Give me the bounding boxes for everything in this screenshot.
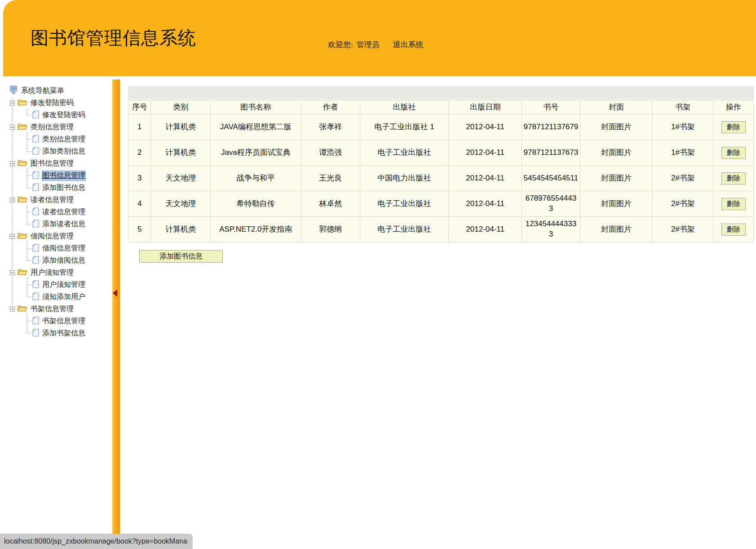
page-icon — [32, 110, 39, 120]
expand-minus-icon[interactable] — [10, 161, 15, 166]
tree-leaf-item[interactable]: 添加借阅信息 — [9, 255, 112, 267]
tree-folder-item[interactable]: 借阅信息管理 — [9, 230, 112, 242]
table-cell: 5 — [128, 217, 151, 242]
table-row: 4天文地理希特勒自传林卓然电子工业出版社2012-04-116789765544… — [128, 191, 754, 217]
table-cell: 战争与和平 — [210, 166, 301, 191]
tree-leaf-label: 修改登陆密码 — [42, 110, 85, 120]
tree-children: 类别信息管理添加类别信息 — [9, 133, 112, 158]
tree-leaf-label: 添加读者信息 — [42, 220, 85, 229]
add-book-button[interactable]: 添加图书信息 — [139, 250, 223, 263]
tree-folder-item[interactable]: 读者信息管理 — [9, 194, 112, 206]
expand-minus-icon[interactable] — [10, 198, 15, 202]
page-icon — [32, 135, 39, 145]
sidebar-nav: 系统导航菜单 修改登陆密码修改登陆密码类别信息管理类别信息管理添加类别信息图书信… — [0, 79, 112, 549]
nav-tree: 系统导航菜单 修改登陆密码修改登陆密码类别信息管理类别信息管理添加类别信息图书信… — [9, 85, 112, 339]
delete-button[interactable]: 删除 — [721, 198, 746, 210]
tree-folder-label: 用户须知管理 — [31, 268, 74, 277]
table-cell: 计算机类 — [151, 217, 211, 242]
tree-leaf-label: 书架信息管理 — [42, 316, 85, 326]
table-cell: 删除 — [713, 166, 753, 191]
tree-group: 读者信息管理读者信息管理添加读者信息 — [9, 194, 112, 230]
table-row: 1计算机类JAVA编程思想第二版张孝祥电子工业出版社 12012-04-1197… — [128, 114, 754, 140]
table-cell: 封面图片 — [580, 140, 652, 166]
table-cell: 2012-04-11 — [449, 140, 522, 166]
table-cell: 郭德纲 — [301, 217, 360, 242]
delete-button[interactable]: 删除 — [721, 147, 746, 159]
table-cell: 2#书架 — [653, 191, 713, 217]
collapse-arrow-icon[interactable] — [113, 290, 117, 297]
tree-children: 用户须知管理须知添加用户 — [9, 279, 112, 303]
tree-leaf-item[interactable]: 读者信息管理 — [9, 206, 112, 218]
expand-minus-icon[interactable] — [10, 101, 15, 105]
table-row: 3天文地理战争与和平王光良中国电力出版社2012-04-115454545454… — [128, 166, 754, 191]
table-cell: 林卓然 — [301, 191, 360, 217]
tree-leaf-item[interactable]: 添加类别信息 — [9, 145, 112, 158]
delete-button[interactable]: 删除 — [721, 172, 746, 184]
expand-minus-icon[interactable] — [10, 270, 15, 275]
page-icon — [32, 329, 39, 338]
logout-link[interactable]: 退出系统 — [393, 40, 424, 50]
tree-folder-item[interactable]: 书架信息管理 — [9, 303, 112, 315]
nav-root-label: 系统导航菜单 — [21, 86, 64, 96]
column-header: 类别 — [151, 101, 211, 114]
table-cell: 希特勒自传 — [210, 191, 301, 217]
table-cell: 电子工业出版社 — [360, 140, 448, 166]
tree-folder-label: 读者信息管理 — [31, 195, 74, 205]
page-icon — [32, 147, 39, 157]
folder-icon — [18, 159, 27, 168]
tree-leaf-item[interactable]: 书架信息管理 — [9, 315, 112, 327]
table-cell: 1234544443333 — [522, 217, 580, 242]
table-cell: 9787121137679 — [522, 114, 580, 140]
tree-leaf-item[interactable]: 图书信息管理 — [9, 170, 112, 182]
column-header: 封面 — [580, 101, 652, 114]
tree-groups: 修改登陆密码修改登陆密码类别信息管理类别信息管理添加类别信息图书信息管理图书信息… — [9, 97, 112, 339]
sidebar-divider — [112, 79, 120, 549]
page-icon — [32, 256, 39, 266]
table-cell: 天文地理 — [151, 191, 211, 217]
table-cell: 电子工业出版社 — [360, 191, 448, 217]
tree-leaf-item[interactable]: 修改登陆密码 — [9, 109, 112, 121]
table-cell: 封面图片 — [580, 166, 652, 191]
table-cell: 1#书架 — [653, 140, 713, 166]
delete-button[interactable]: 删除 — [721, 121, 746, 133]
tree-folder-label: 图书信息管理 — [31, 159, 74, 168]
table-cell: 中国电力出版社 — [360, 166, 448, 191]
page-icon — [32, 207, 39, 217]
table-cell: 9787121137673 — [522, 140, 580, 166]
page-icon — [32, 183, 39, 193]
tree-group: 修改登陆密码修改登陆密码 — [9, 97, 112, 121]
table-cell: 1#书架 — [653, 114, 713, 140]
computer-icon — [9, 86, 18, 96]
welcome-bar: 欢迎您: 管理员 退出系统 — [328, 40, 424, 50]
nav-root[interactable]: 系统导航菜单 — [9, 85, 112, 97]
tree-folder-item[interactable]: 用户须知管理 — [9, 267, 112, 279]
tree-folder-item[interactable]: 图书信息管理 — [9, 158, 112, 170]
tree-folder-label: 借阅信息管理 — [31, 232, 74, 241]
page-icon — [32, 292, 39, 302]
table-cell: Java程序员面试宝典 — [210, 140, 301, 166]
tree-folder-item[interactable]: 修改登陆密码 — [9, 97, 112, 109]
tree-children: 读者信息管理添加读者信息 — [9, 206, 112, 230]
table-cell: 删除 — [713, 114, 753, 140]
expand-minus-icon[interactable] — [10, 234, 15, 239]
table-cell: 谭浩强 — [301, 140, 360, 166]
table-cell: 计算机类 — [151, 114, 211, 140]
tree-leaf-item[interactable]: 借阅信息管理 — [9, 242, 112, 255]
table-cell: 删除 — [713, 217, 753, 242]
table-top-strip — [128, 86, 754, 100]
page-icon — [32, 171, 39, 181]
content-area: 序号类别图书名称作者出版社出版日期书号封面书架操作 1计算机类JAVA编程思想第… — [120, 79, 756, 549]
tree-leaf-item[interactable]: 添加读者信息 — [9, 218, 112, 230]
delete-button[interactable]: 删除 — [721, 224, 746, 236]
expand-minus-icon[interactable] — [10, 307, 15, 312]
expand-minus-icon[interactable] — [10, 125, 15, 130]
tree-leaf-item[interactable]: 添加书架信息 — [9, 327, 112, 339]
table-cell: 2#书架 — [653, 217, 713, 242]
tree-leaf-item[interactable]: 类别信息管理 — [9, 133, 112, 145]
tree-leaf-item[interactable]: 添加图书信息 — [9, 182, 112, 194]
tree-leaf-item[interactable]: 须知添加用户 — [9, 291, 112, 303]
table-cell: 2#书架 — [653, 166, 713, 191]
tree-folder-item[interactable]: 类别信息管理 — [9, 121, 112, 133]
tree-leaf-item[interactable]: 用户须知管理 — [9, 279, 112, 291]
welcome-label: 欢迎您: — [328, 40, 353, 50]
